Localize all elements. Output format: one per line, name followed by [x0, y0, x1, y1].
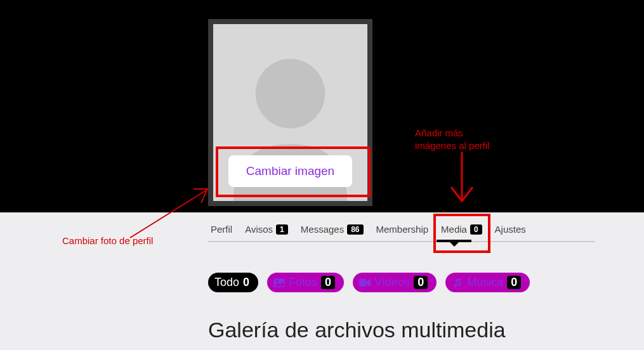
profile-tabs: Perfil Avisos 1 Messages 86 Membership M…	[208, 219, 595, 242]
avatar-frame: Cambiar imagen	[208, 19, 372, 206]
tab-label: Membership	[376, 224, 429, 235]
active-tab-indicator	[437, 240, 471, 242]
annotation-text-right: Añadir más imágenes al perfil	[415, 127, 504, 152]
header-area: Cambiar imagen	[0, 0, 644, 212]
tab-media[interactable]: Media 0	[441, 224, 482, 235]
video-icon	[359, 278, 371, 287]
filter-musica[interactable]: Música 0	[445, 273, 530, 292]
media-badge: 0	[470, 224, 482, 235]
filter-label: Todo	[214, 276, 239, 289]
change-image-button[interactable]: Cambiar imagen	[228, 155, 352, 187]
tab-label: Avisos	[245, 224, 273, 235]
filter-count: 0	[243, 276, 249, 289]
filter-count: 0	[414, 276, 428, 289]
music-icon	[452, 278, 463, 287]
filter-label: Vídeos	[374, 276, 410, 289]
content-area: Perfil Avisos 1 Messages 86 Membership M…	[0, 212, 644, 342]
svg-point-1	[256, 59, 325, 129]
filter-count: 0	[507, 276, 521, 289]
svg-point-5	[276, 280, 279, 282]
media-filters: Todo 0 Fotos 0 Vídeos 0 Música 0	[208, 273, 644, 292]
filter-label: Fotos	[289, 276, 317, 289]
filter-fotos[interactable]: Fotos 0	[267, 273, 344, 292]
gallery-title: Galería de archivos multimedia	[208, 318, 644, 342]
annotation-text-left: Cambiar foto de perfil	[62, 235, 153, 247]
tab-label: Media	[441, 224, 467, 235]
filter-videos[interactable]: Vídeos 0	[353, 273, 437, 292]
messages-badge: 86	[347, 224, 363, 235]
tab-label: Messages	[301, 224, 344, 235]
tab-label: Ajustes	[495, 224, 526, 235]
svg-rect-6	[359, 278, 367, 287]
tab-avisos[interactable]: Avisos 1	[245, 224, 288, 235]
tab-membership[interactable]: Membership	[376, 224, 429, 235]
filter-label: Música	[467, 276, 503, 289]
avisos-badge: 1	[276, 224, 288, 235]
tab-label: Perfil	[211, 224, 232, 235]
photo-icon	[273, 278, 285, 287]
tab-ajustes[interactable]: Ajustes	[495, 224, 526, 235]
tab-messages[interactable]: Messages 86	[301, 224, 364, 235]
filter-todo[interactable]: Todo 0	[208, 273, 258, 292]
tab-perfil[interactable]: Perfil	[211, 224, 232, 235]
filter-count: 0	[321, 276, 335, 289]
